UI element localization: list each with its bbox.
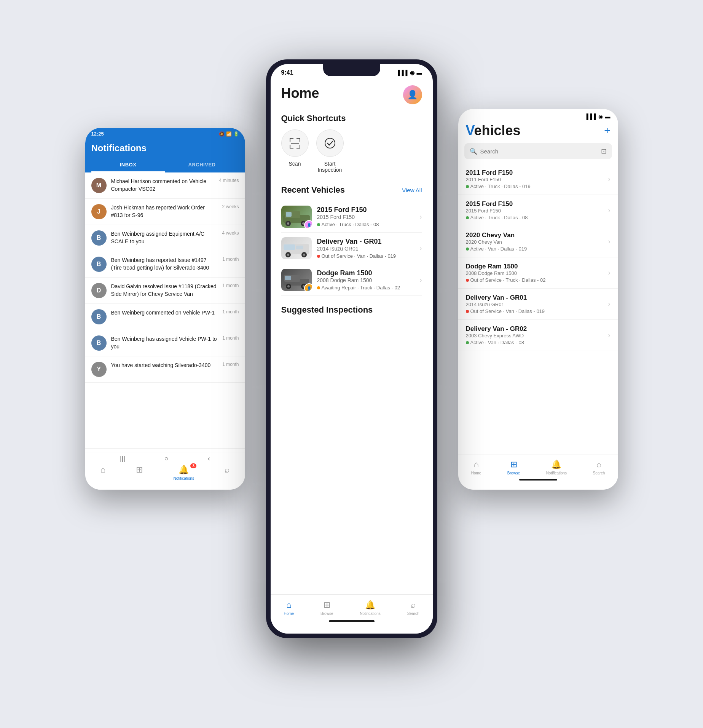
right-nav-notifications[interactable]: 🔔 Notifications bbox=[540, 458, 573, 477]
notification-item-3[interactable]: B Ben Weinberg assigned Equipment A/C SC… bbox=[85, 225, 245, 251]
tab-archived[interactable]: ARCHIVED bbox=[165, 158, 239, 172]
right-status-bar: ▐▐▐ ◉ ▬ bbox=[458, 109, 618, 123]
view-all-link[interactable]: View All bbox=[402, 187, 422, 193]
vehicle-list-item-2011f150[interactable]: 2011 Ford F150 2011 Ford F150 Active · T… bbox=[458, 164, 618, 195]
scan-search-icon[interactable]: ⊡ bbox=[601, 147, 607, 155]
notif-content-6: Ben Weinberg commented on Vehicle PW-1 bbox=[111, 309, 218, 317]
phones-wrapper: 12:25 🔕 📶 🔋 Notifications INBOX ARCHIVED… bbox=[85, 59, 618, 669]
phone-center-inner: 9:41 ▐▐▐ ◉ ▬ Home 👤 Quick Shortcuts bbox=[271, 64, 433, 634]
right-vehicle-status-3: Active · Van · Dallas - 019 bbox=[466, 246, 603, 252]
right-vehicle-name-4: Dodge Ram 1500 bbox=[466, 263, 603, 270]
signal-icon: ▐▐▐ bbox=[396, 70, 408, 76]
vehicle-avatar-f150: 👤 bbox=[304, 220, 312, 228]
right-home-indicator bbox=[519, 479, 557, 481]
right-status-dot-3 bbox=[466, 247, 469, 251]
vehicle-model-ram: 2008 Dodge Ram 1500 bbox=[317, 277, 414, 283]
notif-content-1: Michael Harrison commented on Vehicle Co… bbox=[111, 178, 215, 193]
svg-rect-18 bbox=[284, 244, 295, 250]
vehicle-list-item-gr01-right[interactable]: Delivery Van - GR01 2014 Isuzu GR01 Out … bbox=[458, 289, 618, 320]
vehicle-item-gr01[interactable]: Delivery Van - GR01 2014 Isuzu GR01 Out … bbox=[281, 233, 422, 264]
vehicles-title-text: ehicles bbox=[474, 123, 521, 138]
svg-rect-8 bbox=[291, 143, 299, 144]
notification-item-5[interactable]: D David Galvin resolved Issue #1189 (Cra… bbox=[85, 278, 245, 304]
center-nav-search[interactable]: ⌕ Search bbox=[401, 599, 426, 617]
vehicles-list: 2011 Ford F150 2011 Ford F150 Active · T… bbox=[458, 164, 618, 351]
notif-time-7: 1 month bbox=[222, 335, 239, 341]
home-indicator bbox=[329, 620, 375, 622]
search-input[interactable] bbox=[480, 148, 598, 155]
right-vehicle-model-3: 2020 Chevy Van bbox=[466, 239, 603, 245]
notif-time-3: 4 weeks bbox=[222, 230, 239, 236]
right-nav-browse[interactable]: ⊞ Browse bbox=[501, 458, 526, 477]
left-nav-search[interactable]: ⌕ bbox=[218, 463, 236, 482]
quick-shortcuts-title: Quick Shortcuts bbox=[281, 113, 422, 123]
notif-time-2: 2 weeks bbox=[222, 204, 239, 209]
left-nav-notifications[interactable]: 🔔 3 Notifications bbox=[167, 463, 200, 482]
svg-point-14 bbox=[287, 222, 289, 225]
left-nav-items: ⌂ ⊞ 🔔 3 Notifications ⌕ bbox=[85, 463, 245, 482]
right-vehicle-info-2: 2015 Ford F150 2015 Ford F150 Active · T… bbox=[466, 200, 603, 220]
notif-tabs: INBOX ARCHIVED bbox=[91, 158, 239, 172]
right-nav-home[interactable]: ⌂ Home bbox=[465, 458, 488, 477]
right-vehicle-model-5: 2014 Isuzu GR01 bbox=[466, 302, 603, 307]
vehicles-title: Vehicles bbox=[466, 123, 521, 139]
notif-time-1: 4 minutes bbox=[219, 178, 239, 183]
home-title: Home bbox=[281, 85, 319, 101]
tab-inbox[interactable]: INBOX bbox=[91, 158, 165, 172]
add-vehicle-button[interactable]: + bbox=[604, 125, 610, 137]
vehicle-list-item-chevyvan[interactable]: 2020 Chevy Van 2020 Chevy Van Active · V… bbox=[458, 226, 618, 257]
vehicle-list-item-2015f150[interactable]: 2015 Ford F150 2015 Ford F150 Active · T… bbox=[458, 195, 618, 226]
right-vehicle-status-5: Out of Service · Van · Dallas - 019 bbox=[466, 308, 603, 314]
center-nav-browse[interactable]: ⊞ Browse bbox=[314, 599, 339, 617]
notif-time-8: 1 month bbox=[222, 362, 239, 367]
vehicle-status-f150: Active · Truck · Dallas - 08 bbox=[317, 222, 414, 227]
search-bar-icon: 🔍 bbox=[470, 148, 477, 155]
left-bottom-nav: ||| ○ ‹ ⌂ ⊞ 🔔 3 Notifications ⌕ bbox=[85, 449, 245, 490]
center-header: Home 👤 bbox=[281, 85, 422, 104]
right-chevron-3: › bbox=[608, 238, 611, 246]
vehicle-list-item-gr02[interactable]: Delivery Van - GR02 2003 Chevy Express A… bbox=[458, 320, 618, 351]
notification-item-7[interactable]: B Ben Weinberg has assigned Vehicle PW-1… bbox=[85, 330, 245, 356]
left-nav-browse[interactable]: ⊞ bbox=[130, 463, 149, 482]
phone-left: 12:25 🔕 📶 🔋 Notifications INBOX ARCHIVED… bbox=[85, 128, 245, 490]
scan-shortcut[interactable]: Scan bbox=[281, 129, 309, 173]
left-nav-home[interactable]: ⌂ bbox=[94, 463, 112, 482]
vehicle-item-ram[interactable]: 👤 Dodge Ram 1500 2008 Dodge Ram 1500 Awa… bbox=[281, 264, 422, 296]
right-status-dot-4 bbox=[466, 279, 469, 282]
notif-avatar-5: D bbox=[91, 283, 107, 298]
right-nav-search[interactable]: ⌕ Search bbox=[587, 458, 611, 477]
start-inspection-label: StartInspection bbox=[318, 161, 342, 173]
notif-avatar-2: J bbox=[91, 204, 107, 219]
user-avatar[interactable]: 👤 bbox=[403, 85, 422, 104]
svg-point-21 bbox=[287, 254, 289, 256]
notification-item-6[interactable]: B Ben Weinberg commented on Vehicle PW-1… bbox=[85, 304, 245, 330]
left-status-bar: 12:25 🔕 📶 🔋 bbox=[85, 128, 245, 138]
right-status-dot-5 bbox=[466, 310, 469, 313]
start-inspection-shortcut[interactable]: StartInspection bbox=[316, 129, 344, 173]
vehicle-status-gr01: Out of Service · Van · Dallas - 019 bbox=[317, 253, 414, 259]
center-nav-home[interactable]: ⌂ Home bbox=[277, 599, 300, 617]
recent-vehicles-header: Recent Vehicles View All bbox=[281, 185, 422, 195]
vehicle-item-f150[interactable]: 👤 2015 Ford F150 2015 Ford F150 Active ·… bbox=[281, 201, 422, 233]
right-search-label: Search bbox=[593, 471, 605, 475]
center-nav-notifications[interactable]: 🔔 Notifications bbox=[354, 599, 386, 617]
vehicle-thumb-ram: 👤 bbox=[281, 269, 312, 291]
vehicle-list-item-dodgeram[interactable]: Dodge Ram 1500 2008 Dodge Ram 1500 Out o… bbox=[458, 257, 618, 289]
notification-item-1[interactable]: M Michael Harrison commented on Vehicle … bbox=[85, 172, 245, 199]
right-status-dot-2 bbox=[466, 216, 469, 219]
notif-content-2: Josh Hickman has reported Work Order #81… bbox=[111, 204, 218, 219]
right-vehicle-model-6: 2003 Chevy Express AWD bbox=[466, 333, 603, 338]
left-gesture-bar: ||| ○ ‹ bbox=[85, 452, 245, 463]
notification-item-4[interactable]: B Ben Weinberg has reported Issue #1497 … bbox=[85, 251, 245, 278]
notif-time-4: 1 month bbox=[222, 257, 239, 262]
notification-item-2[interactable]: J Josh Hickman has reported Work Order #… bbox=[85, 199, 245, 225]
notif-content-4: Ben Weinberg has reported Issue #1497 (T… bbox=[111, 257, 218, 271]
battery-icon: ▬ bbox=[417, 70, 422, 76]
home-icon: ⌂ bbox=[100, 465, 105, 475]
scan-label: Scan bbox=[289, 161, 301, 167]
right-vehicle-model-4: 2008 Dodge Ram 1500 bbox=[466, 270, 603, 276]
right-vehicle-name-5: Delivery Van - GR01 bbox=[466, 294, 603, 302]
right-top-bar: Vehicles + bbox=[458, 123, 618, 143]
search-nav-label: Search bbox=[407, 611, 419, 616]
notification-item-8[interactable]: Y You have started watching Silverado-34… bbox=[85, 356, 245, 383]
